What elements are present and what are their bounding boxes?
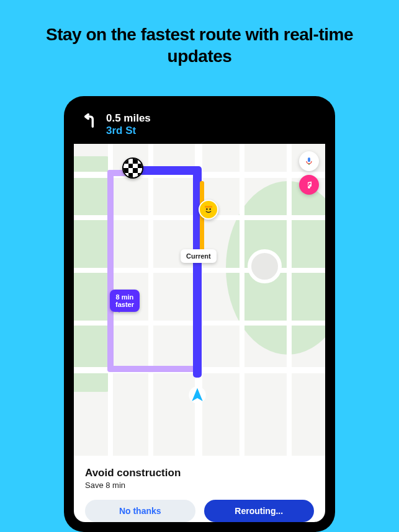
map-road: [148, 144, 153, 456]
device-frame: 0.5 miles 3rd St: [64, 96, 335, 532]
card-subtitle: Save 8 min: [85, 481, 314, 490]
navigation-header: 0.5 miles 3rd St: [74, 106, 325, 144]
map-road: [240, 144, 244, 456]
turn-left-icon: [83, 112, 100, 130]
no-thanks-button[interactable]: No thanks: [85, 500, 195, 522]
faster-route-bubble[interactable]: 8 minfaster: [110, 290, 140, 312]
marketing-headline: Stay on the fastest route with real-time…: [0, 0, 399, 67]
reroute-card: Avoid construction Save 8 min No thanks …: [74, 456, 325, 522]
svg-point-1: [206, 208, 208, 210]
map-roundabout: [248, 249, 282, 283]
destination-flag-icon[interactable]: [122, 157, 143, 179]
map-canvas[interactable]: Current 8 minfaster: [74, 144, 325, 456]
map-road: [287, 144, 292, 456]
card-title: Avoid construction: [85, 467, 314, 479]
alternate-route[interactable]: [107, 366, 200, 372]
alternate-route[interactable]: [107, 170, 114, 371]
svg-point-2: [209, 208, 211, 210]
nav-street: 3rd St: [106, 125, 151, 137]
app-screen: 0.5 miles 3rd St: [74, 106, 325, 522]
map-park-area: [74, 156, 111, 392]
nav-distance: 0.5 miles: [106, 112, 151, 125]
music-note-icon: [304, 180, 314, 190]
music-button[interactable]: [299, 175, 319, 195]
construction-icon[interactable]: [199, 200, 218, 219]
microphone-icon: [304, 156, 314, 166]
current-route-label[interactable]: Current: [181, 249, 217, 263]
svg-rect-5: [308, 157, 310, 162]
user-location-icon: [188, 386, 207, 404]
voice-button[interactable]: [299, 151, 319, 171]
svg-rect-3: [205, 206, 212, 208]
rerouting-button[interactable]: Rerouting...: [204, 500, 315, 522]
